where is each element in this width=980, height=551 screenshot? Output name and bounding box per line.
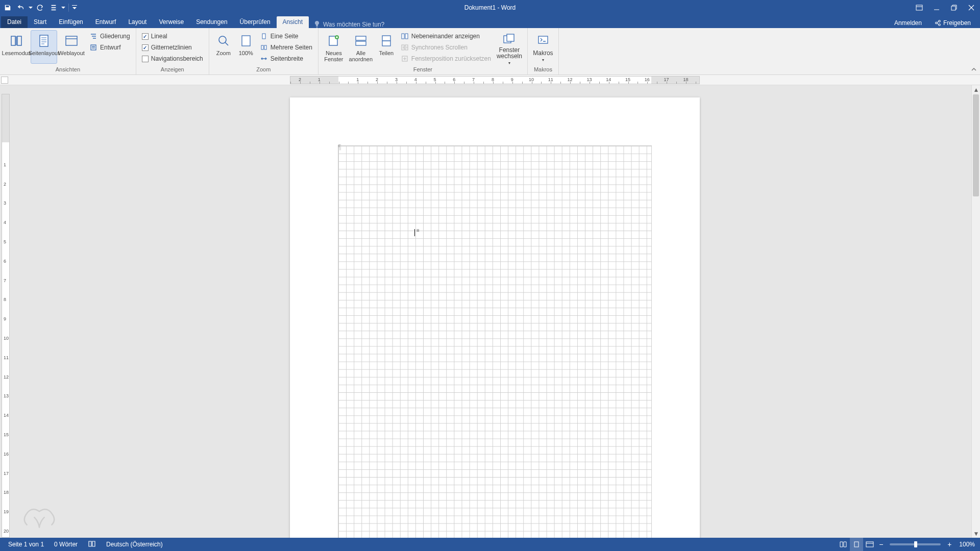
proofing-button[interactable]: [83, 540, 101, 549]
zoom-button[interactable]: Zoom: [212, 30, 235, 64]
restore-icon: [951, 5, 957, 11]
multi-page-button[interactable]: Mehrere Seiten: [257, 42, 315, 53]
svg-rect-24: [507, 34, 514, 41]
window-controls: [911, 0, 980, 15]
ribbon: Lesemodus Seitenlayout Weblayout Glieder…: [0, 28, 980, 75]
zoom-slider[interactable]: [890, 543, 941, 545]
group-window: Neues Fenster Alle anordnen Teilen Neben…: [318, 28, 528, 74]
touch-mode-button[interactable]: [48, 2, 59, 13]
side-by-side-button[interactable]: Nebeneinander anzeigen: [398, 31, 494, 41]
switch-windows-button[interactable]: Fenster wechseln ▾: [495, 30, 524, 64]
web-layout-view-button[interactable]: [863, 538, 876, 551]
zoom-in-button[interactable]: +: [945, 540, 954, 549]
outline-button[interactable]: Gliederung: [87, 31, 133, 41]
chevron-up-icon: [971, 66, 977, 72]
tab-start[interactable]: Start: [28, 16, 53, 28]
horizontal-ruler[interactable]: 21123456789101112131415161718: [290, 76, 700, 84]
sync-scroll-button: Synchrones Scrollen: [398, 42, 494, 53]
split-button[interactable]: Teilen: [376, 30, 397, 64]
tab-insert[interactable]: Einfügen: [53, 16, 89, 28]
tab-view[interactable]: Ansicht: [277, 16, 309, 28]
svg-rect-5: [40, 35, 48, 46]
svg-rect-18: [402, 34, 404, 39]
vertical-ruler[interactable]: 12345678910111213141516171819202122: [2, 94, 10, 538]
reset-position-button: Fensterposition zurücksetzen: [398, 54, 494, 64]
draft-icon: [90, 44, 97, 51]
web-layout-button[interactable]: Weblayout: [58, 30, 85, 64]
book-check-icon: [88, 540, 96, 547]
collapse-ribbon-button[interactable]: [970, 65, 978, 73]
page-indicator[interactable]: Seite 1 von 1: [3, 541, 49, 548]
title-bar: Dokument1 - Word: [0, 0, 980, 15]
redo-button[interactable]: [35, 2, 46, 13]
zoom-slider-thumb[interactable]: [914, 541, 917, 547]
macros-button[interactable]: Makros▾: [531, 30, 555, 64]
share-icon: [934, 19, 941, 27]
tab-file[interactable]: Datei: [1, 16, 28, 28]
window-title: Dokument1 - Word: [464, 4, 516, 11]
print-layout-view-button[interactable]: [850, 538, 863, 551]
share-button[interactable]: Freigeben: [929, 18, 976, 28]
dropdown-icon[interactable]: [61, 4, 65, 11]
close-button[interactable]: [963, 0, 980, 15]
tab-layout[interactable]: Layout: [122, 16, 153, 28]
svg-rect-11: [261, 45, 263, 49]
vertical-scrollbar[interactable]: ▲ ▼: [971, 85, 980, 538]
split-icon: [380, 34, 393, 47]
status-bar: Seite 1 von 1 0 Wörter Deutsch (Österrei…: [0, 538, 980, 551]
svg-rect-15: [356, 36, 366, 40]
ribbon-options-button[interactable]: [911, 0, 928, 15]
print-layout-button[interactable]: Seitenlayout: [31, 30, 57, 64]
close-icon: [968, 5, 974, 11]
scroll-down-button[interactable]: ▼: [972, 529, 980, 538]
zoom-100-button[interactable]: 100%: [236, 30, 256, 64]
dropdown-icon[interactable]: [29, 4, 33, 11]
outline-icon: [90, 33, 97, 40]
read-mode-button[interactable]: Lesemodus: [3, 30, 30, 64]
group-label-views: Ansichten: [0, 65, 136, 74]
arrange-all-button[interactable]: Alle anordnen: [347, 30, 375, 64]
arrange-icon: [354, 34, 368, 47]
scroll-thumb[interactable]: [973, 94, 979, 196]
book-icon: [9, 34, 23, 48]
tab-mailings[interactable]: Sendungen: [190, 16, 233, 28]
new-window-button[interactable]: Neues Fenster: [322, 30, 346, 64]
svg-point-8: [219, 36, 226, 43]
lightbulb-icon: [314, 21, 320, 28]
group-label-macros: Makros: [528, 65, 558, 74]
group-label-zoom: Zoom: [209, 65, 318, 74]
draft-button[interactable]: Entwurf: [87, 42, 133, 53]
tab-references[interactable]: Verweise: [153, 16, 190, 28]
language-indicator[interactable]: Deutsch (Österreich): [101, 541, 168, 548]
separator: [68, 4, 69, 12]
signin-button[interactable]: Anmelden: [889, 18, 927, 28]
page-width-button[interactable]: Seitenbreite: [257, 54, 315, 64]
page-100-icon: [240, 34, 252, 47]
svg-rect-1: [951, 6, 955, 10]
word-count[interactable]: 0 Wörter: [49, 541, 83, 548]
tell-me-search[interactable]: Was möchten Sie tun?: [309, 21, 389, 28]
zoom-level[interactable]: 100%: [954, 541, 977, 548]
tell-me-placeholder: Was möchten Sie tun?: [323, 21, 384, 28]
group-zoom: Zoom 100% Eine Seite Mehrere Seiten Seit…: [209, 28, 318, 74]
document-page[interactable]: ¶: [290, 97, 700, 551]
minimize-button[interactable]: [928, 0, 945, 15]
undo-button[interactable]: [15, 2, 27, 13]
maximize-button[interactable]: [945, 0, 963, 15]
zoom-out-button[interactable]: −: [876, 540, 886, 549]
quick-access-toolbar: [0, 2, 77, 13]
save-button[interactable]: [2, 2, 13, 13]
qat-customize-icon[interactable]: [72, 4, 77, 11]
ribbon-tabs: Datei Start Einfügen Entwurf Layout Verw…: [0, 15, 980, 28]
ruler-checkbox[interactable]: ✓Lineal: [139, 31, 206, 41]
gridlines-checkbox[interactable]: ✓Gitternetzlinien: [139, 42, 206, 53]
tab-selector[interactable]: [1, 77, 8, 84]
tabs-right: Anmelden Freigeben: [889, 18, 980, 28]
navpane-checkbox[interactable]: Navigationsbereich: [139, 54, 206, 64]
one-page-button[interactable]: Eine Seite: [257, 31, 315, 41]
macros-icon: [536, 34, 550, 47]
tab-design[interactable]: Entwurf: [89, 16, 122, 28]
read-mode-view-button[interactable]: [837, 538, 850, 551]
scroll-up-button[interactable]: ▲: [972, 85, 980, 94]
tab-review[interactable]: Überprüfen: [234, 16, 277, 28]
